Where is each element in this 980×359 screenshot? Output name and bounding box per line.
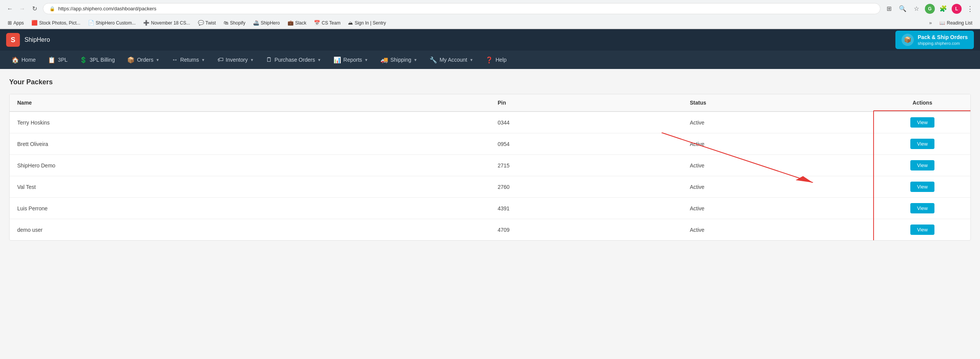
bookmark-shiphero-label: ShipHero [261,20,280,26]
browser-chrome: ← → ↻ 🔒 https://app.shiphero.com/dashboa… [0,0,980,29]
bookmark-sentry-label: Sign In | Sentry [354,20,386,26]
packer-actions: View [874,155,970,176]
nav-inventory[interactable]: 🏷 Inventory ▼ [212,52,260,68]
packer-name: Val Test [10,176,490,198]
bookmark-cs-team-label: CS Team [322,20,340,26]
bookmarks-bar: ⊞ Apps 🟥 Stock Photos, Pict... 📄 ShipHer… [0,17,980,29]
view-button[interactable]: View [910,117,935,128]
nav-home[interactable]: 🏠 Home [6,52,41,68]
tab-grid-button[interactable]: ⊞ [884,3,894,14]
nav-shipping-label: Shipping [390,57,412,63]
pack-ship-button[interactable]: 📦 Pack & Ship Orders shipping.shiphero.c… [895,31,974,49]
3pl-icon: 📋 [48,56,56,64]
bookmark-apps-label: Apps [13,20,24,26]
search-button[interactable]: 🔍 [897,3,908,14]
bookmarks-more-button[interactable]: » [926,19,935,27]
back-button[interactable]: ← [5,3,15,14]
view-button[interactable]: View [910,182,935,192]
nav-orders[interactable]: 📦 Orders ▼ [122,52,165,68]
bookmark-shiphero[interactable]: 🚢 ShipHero [250,19,283,27]
nav-purchase-orders[interactable]: 🗒 Purchase Orders ▼ [261,52,327,68]
table-row: ShipHero Demo 2715 Active View [10,155,970,176]
shiphero-icon: 🚢 [253,20,259,26]
nav-my-account-label: My Account [439,57,467,63]
packers-table: Name Pin Status Actions Terry Hoskins 03… [10,94,970,240]
forward-button[interactable]: → [17,3,28,14]
nav-buttons: ← → ↻ [5,3,40,14]
slack-icon: 💼 [287,20,294,26]
main-content: Your Packers Name Pin Status Actions Ter… [0,69,980,359]
shipping-arrow-icon: ▼ [413,58,417,62]
col-header-actions: Actions [874,94,970,111]
nav-inventory-label: Inventory [226,57,248,63]
bookmark-november[interactable]: ➕ November 18 CS... [140,19,193,27]
nav-3pl-label: 3PL [58,57,67,63]
packer-actions: View [874,219,970,241]
app-header: S ShipHero 📦 Pack & Ship Orders shipping… [0,29,980,51]
view-button[interactable]: View [910,139,935,149]
profile-avatar[interactable]: L [952,4,962,14]
nav-3pl[interactable]: 📋 3PL [42,52,73,68]
packer-pin: 4391 [490,198,682,219]
bookmark-button[interactable]: ☆ [911,3,922,14]
browser-actions: ⊞ 🔍 ☆ G 🧩 L ⋮ [884,3,975,14]
view-button[interactable]: View [910,225,935,235]
nav-purchase-orders-label: Purchase Orders [274,57,315,63]
help-icon: ❓ [485,56,493,64]
packer-name: Luis Perrone [10,198,490,219]
lock-icon: 🔒 [49,6,55,11]
bookmark-cs-team[interactable]: 📅 CS Team [311,19,343,27]
cs-team-icon: 📅 [314,20,320,26]
bookmark-sentry[interactable]: ⛰ Sign In | Sentry [345,19,389,27]
reading-list-button[interactable]: 📖 Reading List [936,19,975,27]
packer-pin: 0344 [490,111,682,133]
nav-3pl-billing[interactable]: 💲 3PL Billing [74,52,120,68]
table-row: Val Test 2760 Active View [10,176,970,198]
table-row: Luis Perrone 4391 Active View [10,198,970,219]
packer-pin: 0954 [490,133,682,155]
bookmark-stock-photos-label: Stock Photos, Pict... [39,20,80,26]
bookmark-slack[interactable]: 💼 Slack [284,19,309,27]
nav-help[interactable]: ❓ Help [480,52,512,68]
reports-arrow-icon: ▼ [364,58,368,62]
browser-menu-button[interactable]: ⋮ [965,3,975,14]
nav-my-account[interactable]: 🔧 My Account ▼ [424,52,479,68]
stock-photos-icon: 🟥 [31,20,38,26]
table-row: Terry Hoskins 0344 Active View [10,111,970,133]
bookmark-apps[interactable]: ⊞ Apps [5,19,27,27]
nav-shipping[interactable]: 🚚 Shipping ▼ [375,52,423,68]
pack-ship-text: Pack & Ship Orders shipping.shiphero.com [918,34,968,46]
col-header-status: Status [682,94,874,111]
bookmark-shopify-label: Shopify [230,20,245,26]
nav-help-label: Help [495,57,506,63]
bookmark-shopify[interactable]: 🛍 Shopify [220,19,248,27]
view-button[interactable]: View [910,203,935,213]
nav-reports[interactable]: 📊 Reports ▼ [328,52,374,68]
packer-pin: 2715 [490,155,682,176]
packers-table-container: Name Pin Status Actions Terry Hoskins 03… [9,94,971,241]
reading-list-icon: 📖 [939,20,945,26]
bookmark-stock-photos[interactable]: 🟥 Stock Photos, Pict... [28,19,83,27]
google-avatar[interactable]: G [925,4,935,14]
bookmark-shiphero-custom[interactable]: 📄 ShipHero Custom... [85,19,139,27]
packer-status: Active [682,111,874,133]
extensions-button[interactable]: 🧩 [938,3,949,14]
twist-icon: 💬 [198,20,204,26]
address-bar[interactable]: 🔒 https://app.shiphero.com/dashboard/pac… [43,3,880,14]
sentry-icon: ⛰ [348,20,353,26]
pack-ship-subtitle: shipping.shiphero.com [918,41,968,46]
bookmark-shiphero-custom-label: ShipHero Custom... [96,20,136,26]
shiphero-custom-icon: 📄 [88,20,94,26]
packer-status: Active [682,219,874,241]
shopify-icon: 🛍 [224,20,229,26]
view-button[interactable]: View [910,160,935,170]
bookmark-twist[interactable]: 💬 Twist [195,19,219,27]
home-icon: 🏠 [11,56,19,64]
nav-returns[interactable]: ↔ Returns ▼ [167,52,211,68]
packer-status: Active [682,155,874,176]
3pl-billing-icon: 💲 [80,56,87,64]
pack-ship-icon: 📦 [902,34,914,46]
returns-icon: ↔ [172,56,178,63]
my-account-icon: 🔧 [430,56,437,64]
reload-button[interactable]: ↻ [29,3,40,14]
